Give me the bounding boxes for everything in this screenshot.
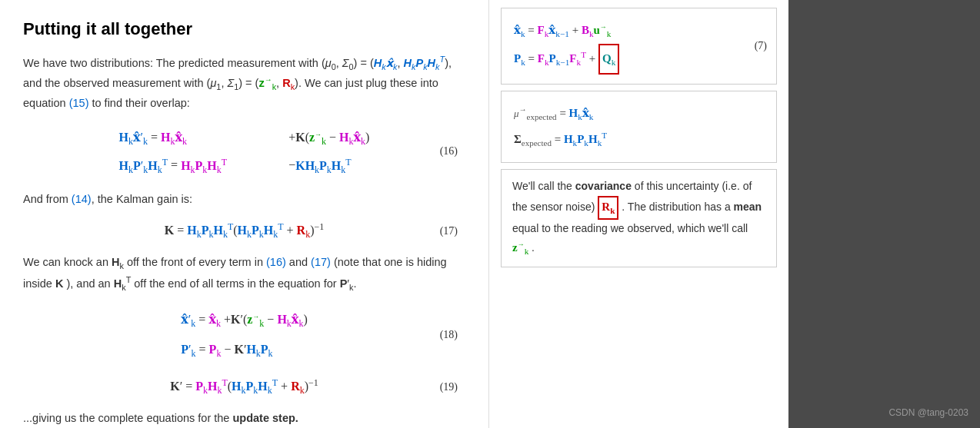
- page-title: Putting it all together: [23, 15, 465, 42]
- update-step-text: ...giving us the complete equations for …: [23, 410, 465, 428]
- left-panel: Putting it all together We have two dist…: [0, 0, 488, 428]
- eq-number-18: (18): [440, 327, 458, 343]
- intro-paragraph: We have two distributions: The predicted…: [23, 53, 465, 112]
- eq-number-19: (19): [440, 379, 458, 396]
- knock-off-text: We can knock an Hk off the front of ever…: [23, 254, 465, 294]
- callout-bold-covariance: covariance: [575, 180, 632, 192]
- equation-19: K′ = PkHkT(HkPkHkT + Rk)−1 (19): [23, 376, 465, 399]
- callout-zk-value: z→k: [512, 241, 532, 254]
- eq-number-16: (16): [440, 143, 458, 160]
- callout-text-before: We'll call the: [512, 180, 575, 192]
- right-panel: x̂k = Fkx̂k−1 + Bku→k Pk = FkPk−1FkT + Q…: [488, 0, 788, 428]
- watermark: CSDN @tang-0203: [888, 406, 968, 420]
- callout-rk-highlight: Rk: [598, 196, 618, 220]
- equation-16: Hkx̂′k = Hkx̂k HkP′kHkT = HkPkHkT +K(z→k…: [23, 124, 465, 180]
- callout-period: .: [532, 241, 535, 254]
- eq14-text: And from (14), the Kalman gain is:: [23, 191, 465, 209]
- callout-box: We'll call the covariance of this uncert…: [501, 169, 777, 267]
- eq-number-17: (17): [440, 223, 458, 240]
- callout-text-the-distribution: . The distribution has a: [622, 201, 733, 213]
- dark-panel: CSDN @tang-0203: [788, 0, 980, 428]
- formula-box-expected: μ→expected = Hkx̂k Σexpected = HkPkHkT: [501, 91, 777, 164]
- equation-18: x̂′k = x̂k +K′(z→k − Hkx̂k) P′k = Pk − K…: [23, 305, 465, 365]
- formula-box-7: x̂k = Fkx̂k−1 + Bku→k Pk = FkPk−1FkT + Q…: [501, 8, 777, 85]
- equation-17: K = HkPkHkT(HkPkHkT + Rk)−1 (17): [23, 220, 465, 243]
- callout-bold-mean: mean: [734, 201, 762, 213]
- callout-text-end: equal to the reading we observed, which …: [512, 222, 748, 234]
